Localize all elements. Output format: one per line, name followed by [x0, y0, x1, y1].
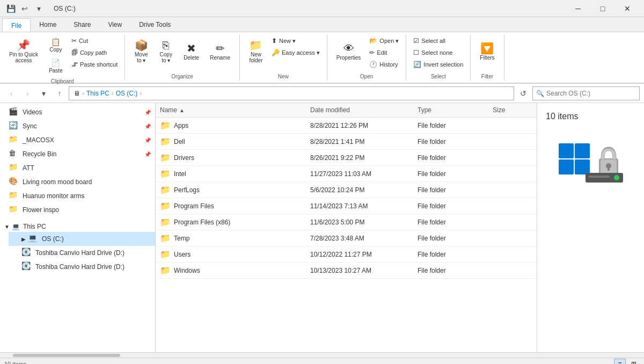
easy-access-button[interactable]: 🔑 Easy access ▾: [269, 47, 323, 58]
select-none-button[interactable]: ☐ Select none: [411, 47, 466, 58]
new-folder-icon: 📁: [249, 40, 262, 50]
preview-image: [551, 130, 631, 194]
pin-indicator-macosx: 📌: [144, 137, 151, 143]
table-row[interactable]: 📁Drivers 8/26/2021 9:22 PM File folder: [156, 150, 537, 166]
scrollbar-thumb[interactable]: [13, 354, 120, 357]
select-all-button[interactable]: ☑ Select all: [411, 35, 466, 46]
table-row[interactable]: 📁Temp 7/28/2023 3:48 AM File folder: [156, 230, 537, 246]
tab-file[interactable]: File: [2, 18, 31, 32]
copy-path-button[interactable]: 🗐 Copy path: [69, 47, 120, 58]
sidebar-item-toshiba-d2[interactable]: 💽 Toshiba Canvio Hard Drive (D:): [9, 260, 155, 274]
quick-save-btn[interactable]: 💾: [4, 2, 17, 15]
col-name[interactable]: Name ▲: [156, 105, 306, 115]
file-date: 7/28/2023 3:48 AM: [306, 234, 413, 243]
up-button[interactable]: ↑: [53, 86, 67, 100]
open-dropdown-button[interactable]: 📂 Open ▾: [367, 35, 401, 46]
recycle-bin-icon: 🗑: [9, 149, 19, 159]
file-date: 10/12/2022 11:27 PM: [306, 250, 413, 259]
table-row[interactable]: 📁Windows 10/13/2023 10:27 AM File folder: [156, 263, 537, 279]
this-pc-icon: 💻: [12, 223, 20, 230]
back-button[interactable]: ‹: [4, 86, 18, 100]
history-button[interactable]: 🕐 History: [367, 59, 401, 70]
file-date: 5/6/2022 10:24 PM: [306, 185, 413, 195]
move-to-button[interactable]: 📦 Moveto ▾: [129, 35, 153, 68]
easy-access-icon: 🔑: [272, 49, 280, 56]
recent-locations-button[interactable]: ▾: [36, 86, 50, 100]
svg-rect-3: [575, 159, 590, 174]
sidebar-item-os-c[interactable]: ▶ 💻 OS (C:): [9, 232, 155, 246]
invert-selection-button[interactable]: 🔄 Invert selection: [411, 59, 466, 70]
sidebar-item-living-room[interactable]: 🎨 Living room mood board: [0, 175, 155, 189]
sidebar-item-sync[interactable]: 🔄 Sync 📌: [0, 119, 155, 133]
table-row[interactable]: 📁PerfLogs 5/6/2022 10:24 PM File folder: [156, 182, 537, 198]
quick-menu-btn[interactable]: ▾: [32, 2, 45, 15]
file-type: File folder: [413, 266, 488, 275]
paste-shortcut-button[interactable]: 🖇 Paste shortcut: [69, 59, 120, 70]
table-row[interactable]: 📁Dell 8/28/2021 1:41 PM File folder: [156, 134, 537, 150]
folder-icon: 📁: [160, 265, 171, 275]
maximize-button[interactable]: □: [590, 0, 615, 17]
file-size: [488, 270, 531, 272]
close-button[interactable]: ✕: [615, 0, 640, 17]
title-bar-left: 💾 ↩ ▾ OS (C:): [4, 2, 566, 15]
sidebar-item-att[interactable]: 📁 ATT: [0, 161, 155, 175]
delete-button[interactable]: ✖ Delete: [179, 35, 204, 68]
folder-icon: 📁: [160, 233, 171, 243]
file-type: File folder: [413, 234, 488, 243]
filters-button[interactable]: 🔽 Filters: [475, 35, 499, 68]
refresh-button[interactable]: ↺: [516, 86, 530, 100]
large-icons-view-button[interactable]: ⊞: [628, 359, 640, 365]
details-view-button[interactable]: ≡: [614, 359, 626, 365]
macosx-icon: 📁: [9, 135, 19, 145]
sidebar-item-recycle-bin[interactable]: 🗑 Recycle Bin 📌: [0, 147, 155, 161]
paste-icon: 📄: [51, 59, 60, 67]
edit-button[interactable]: ✏ Edit: [367, 47, 401, 58]
tab-share[interactable]: Share: [65, 17, 99, 32]
tab-home[interactable]: Home: [31, 17, 65, 32]
search-input[interactable]: [546, 90, 636, 97]
sidebar-item-flower[interactable]: 📁 Flower inspo: [0, 203, 155, 217]
tab-view[interactable]: View: [99, 17, 130, 32]
folder-icon: 📁: [160, 152, 171, 163]
pin-quick-access-button[interactable]: 📌 Pin to Quickaccess: [4, 35, 43, 68]
breadcrumb-separator3: ›: [140, 90, 142, 97]
table-row[interactable]: 📁Intel 11/27/2023 11:03 AM File folder: [156, 166, 537, 182]
horizontal-scrollbar[interactable]: [0, 352, 644, 358]
new-folder-button[interactable]: 📁 Newfolder: [244, 35, 268, 68]
table-row[interactable]: 📁Program Files 11/14/2023 7:13 AM File f…: [156, 198, 537, 214]
forward-button[interactable]: ›: [20, 86, 34, 100]
col-size[interactable]: Size: [488, 105, 531, 115]
breadcrumb-this-pc[interactable]: This PC: [86, 90, 109, 97]
table-row[interactable]: 📁Apps 8/28/2021 12:26 PM File folder: [156, 118, 537, 134]
cut-button[interactable]: ✂ Cut: [69, 35, 120, 46]
breadcrumb-os-c[interactable]: OS (C:): [116, 90, 138, 97]
col-date[interactable]: Date modified: [306, 105, 413, 115]
sidebar-label-macosx: _MACOSX: [23, 136, 54, 144]
sidebar-item-toshiba-d1[interactable]: 💽 Toshiba Canvio Hard Drive (D:): [9, 246, 155, 260]
table-row[interactable]: 📁Program Files (x86) 11/6/2023 5:00 PM F…: [156, 214, 537, 230]
rename-button[interactable]: ✏ Rename: [205, 35, 235, 68]
file-type: File folder: [413, 137, 488, 147]
window-controls: ─ □ ✕: [566, 0, 640, 17]
this-pc-arrow: ▼: [4, 224, 10, 230]
table-row[interactable]: 📁Users 10/12/2022 11:27 PM File folder: [156, 246, 537, 263]
new-dropdown-button[interactable]: ⬆ New ▾: [269, 35, 323, 46]
new-icon: ⬆: [272, 37, 277, 45]
address-path[interactable]: 🖥 › This PC › OS (C:) ›: [69, 86, 514, 100]
sidebar-this-pc-expand[interactable]: ▼ 💻 This PC: [0, 221, 155, 232]
file-size: [488, 221, 531, 223]
sidebar-item-macosx[interactable]: 📁 _MACOSX 📌: [0, 133, 155, 147]
file-date: 8/28/2021 12:26 PM: [306, 121, 413, 130]
tab-drive-tools[interactable]: Drive Tools: [130, 17, 179, 32]
sidebar-item-videos[interactable]: 🎬 Videos 📌: [0, 105, 155, 119]
properties-button[interactable]: 👁 Properties: [332, 35, 366, 68]
copy-button[interactable]: 📋 Copy: [44, 35, 68, 55]
huanuo-icon: 📁: [9, 191, 19, 201]
sidebar-item-huanuo[interactable]: 📁 Huanuo monitor arms: [0, 189, 155, 203]
minimize-button[interactable]: ─: [566, 0, 590, 17]
copy-to-button[interactable]: ⎘ Copyto ▾: [154, 35, 178, 68]
paste-button[interactable]: 📄 Paste: [44, 56, 68, 76]
sidebar-label-os-c: OS (C:): [42, 235, 64, 243]
quick-undo-btn[interactable]: ↩: [18, 2, 31, 15]
col-type[interactable]: Type: [413, 105, 488, 115]
